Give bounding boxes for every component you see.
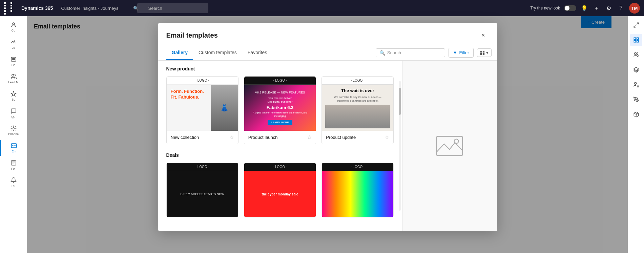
new-product-templates-grid: · LOGO · Form. Function. Fit. Fabulous. … — [166, 76, 394, 144]
sidebar-item-leadm[interactable]: Lead M — [0, 71, 27, 87]
svg-rect-25 — [482, 53, 484, 55]
svg-rect-6 — [12, 144, 17, 148]
rt-expand-icon[interactable] — [630, 19, 642, 31]
template-search-field[interactable]: 🔍 — [376, 48, 445, 57]
sidebar-item-forms[interactable]: For — [0, 157, 27, 173]
pu-sub: We don't like to say it's now or never —… — [334, 95, 381, 103]
sidebar-item-score-label: Sc — [12, 98, 15, 101]
svg-point-17 — [634, 82, 636, 84]
topbar: Dynamics 365 Customer Insights - Journey… — [0, 0, 644, 16]
template-card-deals-1[interactable]: · LOGO · EARLY ACCESS STARTS NOW — [166, 163, 238, 217]
nc-favorite-icon[interactable]: ☆ — [229, 134, 234, 141]
d3-logo-bar: · LOGO · — [322, 163, 393, 171]
sidebar-item-channels-label: Channe — [8, 132, 19, 136]
sidebar-item-push-label: Pu — [12, 184, 15, 188]
deals-templates-grid: · LOGO · EARLY ACCESS STARTS NOW · LOGO … — [166, 163, 394, 217]
sidebar-item-quotes[interactable]: Qu — [0, 105, 27, 121]
view-toggle-button[interactable]: ▾ — [477, 48, 492, 57]
modal-body: New product · LOGO · Form. Function. Fit… — [158, 61, 402, 231]
template-card-new-collection[interactable]: · LOGO · Form. Function. Fit. Fabulous. … — [166, 76, 238, 144]
d2-logo-bar: · LOGO · — [244, 163, 316, 171]
rt-paint-icon[interactable] — [630, 93, 642, 106]
app-grid-icon[interactable] — [4, 2, 16, 15]
topbar-right: Try the new look 💡 ＋ ⚙ ? TM — [530, 3, 640, 14]
email-templates-modal: Email templates × Gallery Custom templat… — [158, 23, 497, 231]
modal-header: Email templates × — [158, 23, 497, 45]
sidebar-item-channels[interactable]: Channe — [0, 123, 27, 139]
template-search-input[interactable] — [387, 50, 441, 55]
sidebar-item-contacts[interactable]: Co — [0, 19, 27, 35]
template-card-deals-2[interactable]: · LOGO · the cyber monday sale — [244, 163, 316, 217]
pu-favorite-icon[interactable]: ☆ — [385, 134, 389, 141]
sidebar-item-forms-label: For — [11, 167, 16, 170]
section-title-new-product: New product — [166, 66, 394, 71]
svg-point-0 — [13, 23, 15, 25]
sidebar-item-contacts-label: Co — [12, 29, 16, 32]
template-thumb-product-launch: · LOGO · V6.3 RELEASE — NEW FEATURES You… — [244, 77, 316, 131]
d1-text: EARLY ACCESS STARTS NOW — [180, 192, 224, 196]
rt-package-icon[interactable] — [630, 108, 642, 121]
rt-user-settings-icon[interactable] — [630, 79, 642, 91]
scroll-thumb[interactable] — [399, 88, 401, 115]
template-thumb-new-collection: · LOGO · Form. Function. Fit. Fabulous. … — [167, 77, 238, 131]
template-thumb-deals-2: · LOGO · the cyber monday sale — [244, 163, 316, 217]
sidebar-item-push[interactable]: Pu — [0, 174, 27, 190]
modal-preview-pane — [402, 61, 497, 231]
settings-icon[interactable]: ⚙ — [605, 4, 613, 12]
d2-text: the cyber monday sale — [262, 192, 298, 196]
svg-point-27 — [454, 139, 459, 143]
nc-tagline: Form. Function. Fit. Fabulous. — [171, 89, 207, 100]
template-thumb-deals-1: · LOGO · EARLY ACCESS STARTS NOW — [167, 163, 238, 217]
pu-name: Product update — [326, 135, 356, 140]
tab-gallery[interactable]: Gallery — [166, 46, 193, 60]
left-sidebar: Co Le Co Lead M Sc Qu Channe Em For Pu — [0, 16, 27, 253]
pl-footer: Product launch ☆ — [244, 131, 316, 144]
tabs-search-row: Gallery Custom templates Favorites 🔍 ▼ F… — [158, 45, 497, 61]
help-icon[interactable]: ? — [617, 4, 625, 12]
rt-people-icon[interactable] — [630, 49, 642, 61]
d3-rainbow — [322, 171, 393, 217]
svg-rect-14 — [637, 41, 638, 42]
topbar-search-icon: 🔍 — [133, 6, 139, 11]
svg-rect-24 — [480, 53, 482, 55]
template-card-deals-3[interactable]: · LOGO · — [321, 163, 394, 217]
app-module: Customer Insights - Journeys — [61, 6, 118, 11]
pl-banner: V6.3 RELEASE — NEW FEATURES You ask, we … — [244, 85, 316, 131]
pu-content: The wait is over We don't like to say it… — [322, 85, 393, 131]
add-icon[interactable]: ＋ — [593, 4, 601, 12]
nc-text-col: Form. Function. Fit. Fabulous. — [167, 85, 211, 131]
pu-model-image — [325, 105, 390, 128]
sidebar-item-score[interactable]: Sc — [0, 88, 27, 104]
sidebar-item-leads[interactable]: Le — [0, 36, 27, 52]
svg-rect-11 — [634, 38, 636, 39]
sidebar-item-co2[interactable]: Co — [0, 54, 27, 69]
svg-point-4 — [12, 74, 14, 76]
sidebar-item-leadm-label: Lead M — [8, 81, 18, 84]
template-card-product-update[interactable]: · LOGO · The wait is over We don't like … — [321, 76, 394, 144]
template-card-product-launch[interactable]: · LOGO · V6.3 RELEASE — NEW FEATURES You… — [244, 76, 316, 144]
try-new-look-toggle[interactable] — [564, 5, 576, 11]
topbar-search-input[interactable] — [137, 3, 208, 13]
pl-favorite-icon[interactable]: ☆ — [307, 134, 312, 141]
search-field-icon: 🔍 — [379, 50, 385, 56]
user-avatar[interactable]: TM — [629, 3, 640, 14]
nc-footer: New collection ☆ — [167, 131, 238, 144]
rt-layers-icon[interactable] — [630, 64, 642, 76]
sidebar-item-co2-label: Co — [12, 63, 16, 67]
rt-grid-icon[interactable] — [630, 34, 642, 46]
modal-tabs: Gallery Custom templates Favorites — [158, 46, 370, 60]
sidebar-item-email[interactable]: Em — [0, 140, 27, 156]
tab-custom-templates[interactable]: Custom templates — [193, 46, 242, 60]
tab-favorites[interactable]: Favorites — [242, 46, 273, 60]
main-content: Email templates + Create Email templates… — [27, 16, 628, 253]
template-thumb-deals-3: · LOGO · — [322, 163, 393, 217]
modal-close-button[interactable]: × — [478, 30, 489, 41]
pu-footer: Product update ☆ — [322, 131, 393, 144]
svg-point-15 — [634, 52, 636, 55]
try-new-look-label: Try the new look — [530, 6, 560, 10]
filter-label: Filter — [459, 50, 469, 55]
filter-button[interactable]: ▼ Filter — [449, 48, 474, 58]
right-toolbar — [628, 16, 644, 253]
svg-point-5 — [13, 128, 14, 129]
notifications-icon[interactable]: 💡 — [580, 4, 588, 12]
